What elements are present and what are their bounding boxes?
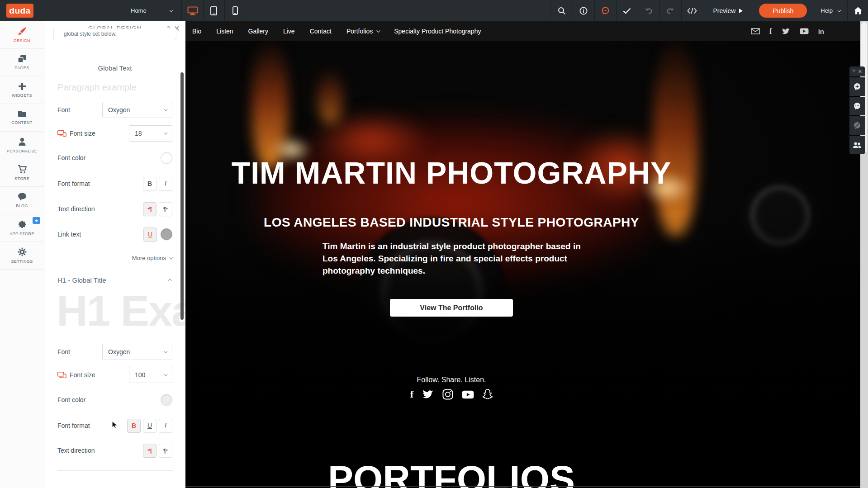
info-button[interactable] [573,0,594,21]
link-color-swatch[interactable] [161,228,172,240]
info-note: global style set below. [53,28,176,40]
undo-button[interactable] [638,0,659,21]
twitter-icon[interactable] [782,28,790,35]
site-description[interactable]: Tim Martin is an industrial style produc… [323,240,583,277]
h1-font-label: Font [57,348,70,355]
sidebar-item-widgets[interactable]: WIDGETS [0,76,44,104]
site-title[interactable]: TIM MARTIN PHOTOGRAPHY [185,155,717,190]
sidebar-item-pages[interactable]: PAGES [0,49,44,76]
h1-rtl-button[interactable]: ¶▸ [159,444,172,458]
youtube-icon[interactable] [800,28,809,34]
h1-italic-button[interactable]: I [159,419,172,433]
add-comment-button[interactable] [849,77,865,96]
chevron-down-icon [164,131,167,134]
nav-link-bio[interactable]: Bio [192,28,201,35]
h1-font-format-label: Font format [57,422,90,429]
hide-comments-button[interactable] [849,116,865,135]
h1-font-size-value: 100 [135,371,145,379]
comment-help-button[interactable]: ? [852,69,855,74]
chevron-down-icon [164,107,167,111]
editor-sidebar: DESIGN PAGES WIDGETS CONTENT [0,21,44,488]
code-button[interactable] [681,0,703,21]
font-format-row: Font format B I [57,175,172,192]
more-options-link[interactable]: More options [132,255,172,261]
device-tablet-button[interactable] [203,0,224,21]
device-desktop-button[interactable] [182,0,203,21]
instagram-icon[interactable] [442,389,453,400]
publish-button[interactable]: Publish [759,4,807,18]
ltr-button[interactable]: ◂¶ [143,202,157,216]
facebook-icon[interactable]: f [769,27,772,36]
view-portfolio-button[interactable]: View The Portfolio [390,299,513,317]
view-comments-button[interactable] [849,97,865,115]
text-direction-label: Text direction [57,205,95,213]
collaborators-button[interactable] [849,136,865,154]
bold-button[interactable]: B [143,177,157,191]
font-size-select[interactable]: 18 [129,125,172,142]
desktop-icon [187,6,198,15]
nav-link-portfolios[interactable]: Portfolios [346,28,379,35]
linkedin-icon[interactable]: in [818,28,824,35]
redo-button[interactable] [659,0,681,21]
h1-underline-button[interactable]: U [143,419,157,433]
close-icon[interactable]: ✕ [858,69,862,75]
nav-link-listen[interactable]: Listen [216,28,233,35]
paragraph-example-preview: Paragraph example [57,82,137,93]
sidebar-item-app-store[interactable]: ★ APP STORE [0,214,44,242]
facebook-icon[interactable]: f [410,389,413,400]
sidebar-item-settings[interactable]: SETTINGS [0,242,44,270]
font-color-swatch[interactable] [161,152,172,164]
rtl-button[interactable]: ¶▸ [159,202,172,216]
underline-button[interactable]: U [143,227,157,242]
device-mobile-button[interactable] [224,0,246,21]
preview-button[interactable]: Preview [703,0,753,21]
search-button[interactable] [551,0,573,21]
text-direction-row: Text direction ◂¶ ¶▸ [57,201,172,217]
portfolios-heading[interactable]: PORTFOLIOS [185,457,717,488]
brush-icon [17,27,27,36]
site-subtitle[interactable]: LOS ANGELES BASED INDUSTRIAL STYLE PHOTO… [185,215,717,230]
sidebar-item-store[interactable]: STORE [0,159,44,187]
panel-scrollbar-thumb[interactable] [180,72,184,320]
dashboard-home-button[interactable] [847,0,868,21]
site-nav-bar: Bio Listen Gallery Live Contact Portfoli… [185,21,860,41]
bold-label: B [132,422,136,429]
person-icon [18,137,26,146]
follow-text[interactable]: Follow. Share. Listen. [185,376,717,384]
font-select[interactable]: Oxygen [102,102,172,118]
hero-content: TIM MARTIN PHOTOGRAPHY LOS ANGELES BASED… [185,41,717,429]
underline-label: U [147,422,152,429]
comments-button[interactable] [594,0,616,21]
font-size-row: Font size 18 [57,125,172,142]
nav-link-contact[interactable]: Contact [310,28,332,35]
approve-button[interactable] [616,0,638,21]
sidebar-item-design[interactable]: DESIGN [0,21,44,49]
h1-section-header[interactable]: H1 - Global Title [57,275,172,285]
top-bar: duda Home [0,0,868,21]
h1-font-value: Oxygen [108,348,130,355]
duda-logo[interactable]: duda [6,4,33,18]
nav-link-gallery[interactable]: Gallery [248,28,268,35]
nav-link-specialty[interactable]: Specialty Product Photography [394,28,481,35]
twitter-icon[interactable] [422,390,434,399]
h1-font-size-select[interactable]: 100 [129,367,172,383]
h1-format-buttons: B U I [125,419,172,433]
sidebar-item-personalize[interactable]: PERSONALIZE [0,132,44,159]
h1-ltr-button[interactable]: ◂¶ [143,444,157,458]
sidebar-item-content[interactable]: CONTENT [0,104,44,132]
italic-button[interactable]: I [159,177,172,191]
page-selector[interactable]: Home [125,0,177,21]
snapchat-icon[interactable] [483,389,493,400]
format-buttons: B I [141,177,172,191]
nav-link-live[interactable]: Live [283,28,295,35]
email-icon[interactable] [751,28,760,34]
sidebar-item-blog[interactable]: BLOG [0,187,44,214]
h1-font-color-swatch[interactable] [161,394,172,406]
checkmark-icon [623,8,631,14]
chevron-down-icon [169,256,173,259]
youtube-icon[interactable] [462,390,474,399]
h1-bold-button[interactable]: B [127,419,141,433]
h1-font-size-row: Font size 100 [57,367,172,383]
help-menu[interactable]: Help [813,0,847,21]
h1-font-select[interactable]: Oxygen [102,344,172,360]
